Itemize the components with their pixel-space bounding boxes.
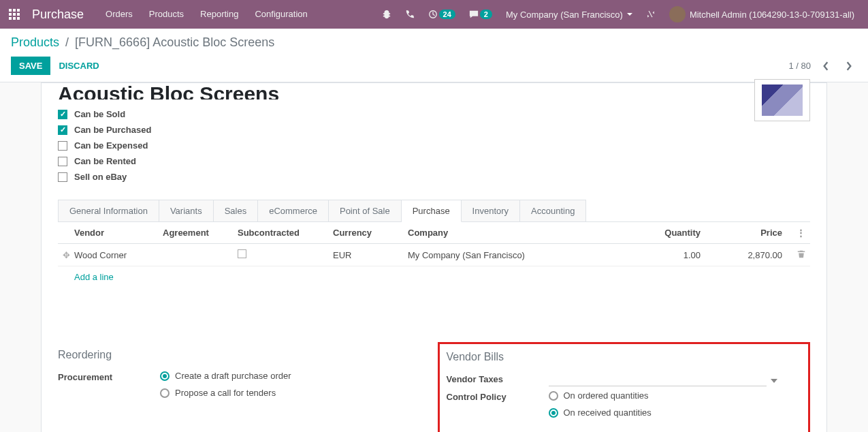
product-image[interactable]: [754, 79, 810, 121]
flag-can-be-sold[interactable]: Can be Sold: [58, 109, 754, 119]
user-menu[interactable]: Mitchell Admin (1064290-13-0-709131-all): [662, 0, 861, 29]
procurement-draft-option[interactable]: Create a draft purchase order: [160, 371, 424, 381]
tab-point-of-sale[interactable]: Point of Sale: [329, 200, 402, 221]
menu-configuration[interactable]: Configuration: [246, 0, 315, 29]
tab-ecommerce[interactable]: eCommerce: [258, 200, 329, 221]
flag-label: Sell on eBay: [74, 172, 127, 182]
highlight-annotation: Vendor Bills Vendor Taxes Control Policy: [438, 342, 811, 432]
radio-icon[interactable]: [549, 408, 558, 418]
bug-icon[interactable]: [375, 0, 398, 29]
product-name-input[interactable]: Acoustic Bloc Screens: [58, 82, 419, 99]
pager-prev[interactable]: [818, 58, 834, 74]
procurement-tender-option[interactable]: Propose a call for tenders: [160, 388, 424, 398]
chevron-down-icon[interactable]: [771, 375, 777, 385]
tab-variants[interactable]: Variants: [159, 200, 214, 221]
procurement-label: Procurement: [58, 371, 160, 382]
radio-icon[interactable]: [160, 388, 170, 398]
radio-label: Propose a call for tenders: [175, 388, 276, 398]
flag-can-be-rented[interactable]: Can be Rented: [58, 156, 754, 166]
radio-icon[interactable]: [549, 391, 558, 401]
breadcrumb: Products / [FURN_6666] Acoustic Bloc Scr…: [11, 35, 857, 54]
purchase-sections: Reordering Procurement Create a draft pu…: [58, 349, 810, 432]
reordering-section: Reordering Procurement Create a draft pu…: [58, 349, 424, 432]
company-switcher[interactable]: My Company (San Francisco): [499, 0, 639, 29]
menu-reporting[interactable]: Reporting: [192, 0, 246, 29]
cell-subcontracted[interactable]: [238, 249, 333, 260]
avatar: [669, 6, 686, 22]
menu-products[interactable]: Products: [141, 0, 192, 29]
flag-can-be-purchased[interactable]: Can be Purchased: [58, 125, 754, 135]
radio-icon[interactable]: [160, 371, 170, 381]
messages-badge: 2: [480, 10, 492, 19]
tab-accounting[interactable]: Accounting: [520, 200, 586, 221]
pager-text: 1 / 80: [788, 61, 811, 71]
radio-label: Create a draft purchase order: [175, 371, 291, 381]
flag-label: Can be Rented: [74, 156, 136, 166]
radio-label: On ordered quantities: [564, 390, 649, 401]
breadcrumb-separator: /: [63, 35, 71, 49]
add-line-button[interactable]: Add a line: [58, 266, 810, 288]
tab-sales[interactable]: Sales: [214, 200, 259, 221]
col-quantity: Quantity: [619, 228, 707, 238]
col-price: Price: [707, 228, 789, 238]
col-currency: Currency: [333, 228, 408, 238]
phone-icon[interactable]: [398, 0, 421, 29]
cell-company[interactable]: My Company (San Francisco): [408, 250, 619, 260]
cell-currency[interactable]: EUR: [333, 250, 408, 260]
flag-can-be-expensed[interactable]: Can be Expensed: [58, 140, 754, 151]
vendor-table: Vendor Agreement Subcontracted Currency …: [58, 222, 810, 288]
checkbox-icon[interactable]: [58, 157, 67, 166]
messages-icon[interactable]: 2: [462, 0, 499, 29]
flag-sell-on-ebay[interactable]: Sell on eBay: [58, 172, 754, 182]
checkbox-icon[interactable]: [238, 249, 246, 258]
delete-row-icon[interactable]: [789, 250, 805, 260]
tab-general-information[interactable]: General Information: [58, 200, 159, 221]
image-placeholder: [762, 84, 803, 116]
activity-icon[interactable]: 24: [421, 0, 462, 29]
form-sheet: Acoustic Bloc Screens Can be Sold Can be…: [41, 82, 827, 432]
col-vendor: Vendor: [74, 228, 163, 238]
vendor-taxes-label: Vendor Taxes: [447, 373, 549, 384]
table-row[interactable]: ✥ Wood Corner EUR My Company (San Franci…: [58, 244, 810, 266]
main-menu: Orders Products Reporting Configuration: [97, 0, 316, 29]
checkbox-icon[interactable]: [58, 172, 67, 182]
col-subcontracted: Subcontracted: [238, 228, 333, 238]
cell-vendor[interactable]: Wood Corner: [74, 250, 163, 260]
cell-price[interactable]: 2,870.00: [707, 250, 789, 260]
checkbox-icon[interactable]: [58, 141, 67, 151]
tab-inventory[interactable]: Inventory: [462, 200, 520, 221]
breadcrumb-current: [FURN_6666] Acoustic Bloc Screens: [75, 35, 274, 49]
flag-label: Can be Purchased: [74, 125, 151, 135]
drag-handle-icon[interactable]: ✥: [58, 250, 74, 260]
cell-quantity[interactable]: 1.00: [619, 250, 707, 260]
pager-next[interactable]: [841, 58, 857, 74]
brand[interactable]: Purchase: [29, 7, 97, 22]
control-policy-label: Control Policy: [447, 390, 549, 402]
policy-ordered-option[interactable]: On ordered quantities: [549, 390, 798, 401]
col-company: Company: [408, 228, 619, 238]
company-name: My Company (San Francisco): [506, 10, 623, 20]
checkbox-icon[interactable]: [58, 110, 67, 119]
vendor-taxes-input[interactable]: [549, 373, 767, 386]
product-header: Acoustic Bloc Screens Can be Sold Can be…: [58, 83, 810, 187]
systray: 24 2 My Company (San Francisco) Mitchell…: [375, 0, 868, 29]
vendor-bills-section: Vendor Bills Vendor Taxes Control Policy: [445, 349, 811, 432]
table-header: Vendor Agreement Subcontracted Currency …: [58, 222, 810, 244]
breadcrumb-root[interactable]: Products: [11, 35, 59, 49]
apps-icon[interactable]: [0, 0, 29, 29]
activity-badge: 24: [439, 10, 455, 19]
tabs: General Information Variants Sales eComm…: [58, 200, 810, 222]
tab-purchase[interactable]: Purchase: [402, 200, 462, 222]
control-panel: Products / [FURN_6666] Acoustic Bloc Scr…: [0, 29, 868, 82]
col-agreement: Agreement: [163, 228, 238, 238]
save-button[interactable]: SAVE: [11, 57, 50, 75]
section-title: Vendor Bills: [447, 351, 798, 363]
chevron-down-icon: [627, 13, 632, 16]
menu-orders[interactable]: Orders: [97, 0, 141, 29]
radio-label: On received quantities: [564, 407, 652, 418]
discard-button[interactable]: DISCARD: [50, 57, 107, 75]
checkbox-icon[interactable]: [58, 125, 67, 135]
policy-received-option[interactable]: On received quantities: [549, 407, 798, 418]
debug-icon[interactable]: [639, 0, 662, 29]
columns-menu-icon[interactable]: ⋮: [789, 228, 805, 238]
